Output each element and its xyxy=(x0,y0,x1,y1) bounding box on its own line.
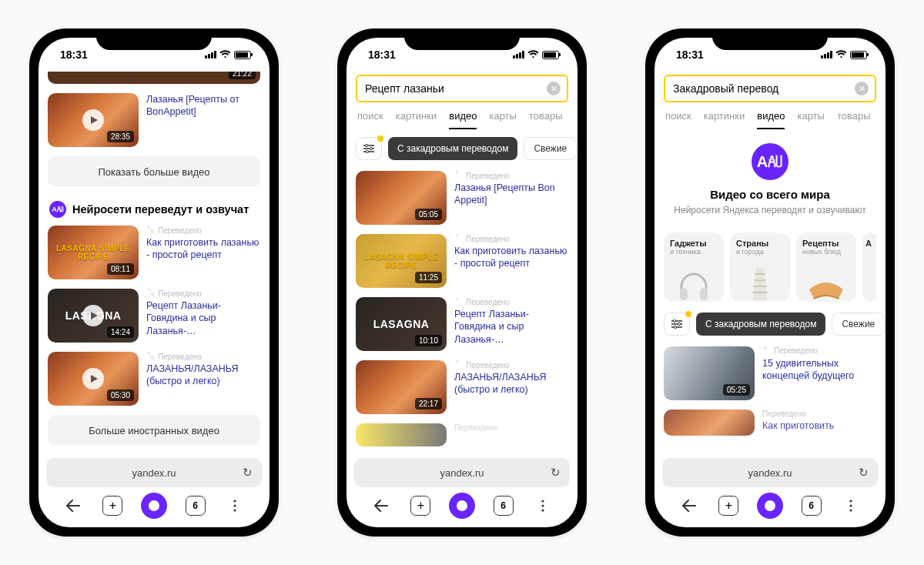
back-button[interactable] xyxy=(678,494,701,517)
address-bar[interactable]: yandex.ru ↻ xyxy=(662,458,878,487)
tab-images[interactable]: картинки xyxy=(704,110,745,129)
alice-button[interactable] xyxy=(141,493,167,519)
thumb-overlay-text: LASAGNA SIMPLE RECIPE xyxy=(52,244,134,261)
category-card[interactable]: Страны и города xyxy=(730,232,790,302)
video-title[interactable]: ЛАЗАНЬЯ/ЛАЗАНЬЯ (быстро и легко) xyxy=(146,363,260,388)
category-row[interactable]: Гаджеты и техника Страны и города Рецепт… xyxy=(664,225,876,305)
video-title[interactable]: Рецепт Лазаньи- Говядина и сыр Лазанья-… xyxy=(146,299,260,337)
video-thumbnail-cut[interactable]: 21:22 xyxy=(48,72,260,84)
new-tab-button[interactable]: + xyxy=(102,496,122,516)
tabs-button[interactable]: 6 xyxy=(494,496,514,516)
tabs-button[interactable]: 6 xyxy=(186,496,206,516)
video-item[interactable]: 05:25 Переведено 15 удивительных концепц… xyxy=(664,342,876,405)
video-title[interactable]: Лазанья [Рецепты от BonAppetit] xyxy=(146,93,260,119)
tab-goods[interactable]: товары xyxy=(529,110,563,129)
video-title[interactable]: Как приготовить лазанью - простой рецепт xyxy=(454,245,568,270)
tab-video[interactable]: видео xyxy=(757,110,785,129)
video-item[interactable]: LASAGNA SIMPLE RECIPE 11:25 Переведено К… xyxy=(356,229,568,293)
video-title[interactable]: Как приготовить лазанью - простой рецепт xyxy=(146,236,260,262)
svg-point-13 xyxy=(674,326,676,328)
video-item[interactable]: 28:35 Лазанья [Рецепты от BonAppetit] xyxy=(48,89,260,152)
reload-icon[interactable]: ↻ xyxy=(243,466,253,480)
search-input[interactable]: Рецепт лазаньи ✕ xyxy=(356,75,568,102)
clear-icon[interactable]: ✕ xyxy=(547,82,561,95)
video-thumbnail[interactable]: LASAGNA SIMPLE RECIPE 11:25 xyxy=(356,234,447,288)
tab-search[interactable]: поиск xyxy=(357,110,383,129)
back-button[interactable] xyxy=(62,494,85,517)
video-thumbnail[interactable] xyxy=(356,423,447,446)
video-thumbnail[interactable]: LASAGNA SIMPLE RECIPE 08:11 xyxy=(48,226,139,279)
filter-fresh[interactable]: Свежие xyxy=(524,137,577,160)
tab-goods[interactable]: товары xyxy=(837,110,871,129)
video-thumbnail[interactable]: 05:25 xyxy=(664,346,755,400)
video-title[interactable]: Лазанья [Рецепты Bon Appetit] xyxy=(454,182,568,207)
video-thumbnail[interactable]: 22:17 xyxy=(356,360,447,414)
menu-button[interactable] xyxy=(839,494,862,517)
new-tab-button[interactable]: + xyxy=(410,496,430,516)
video-duration: 28:35 xyxy=(107,131,134,142)
video-item[interactable]: LASAGNA 14:24 Переведено Рецепт Лазаньи-… xyxy=(48,284,260,347)
search-input[interactable]: Закадровый перевод ✕ xyxy=(664,75,876,102)
wifi-icon xyxy=(835,50,847,59)
filter-button[interactable] xyxy=(356,137,382,160)
video-thumbnail[interactable]: LASAGNA 14:24 xyxy=(48,289,139,343)
tab-maps[interactable]: карты xyxy=(489,110,516,129)
video-meta: Лазанья [Рецепты от BonAppetit] xyxy=(146,93,260,147)
screen: 18:31 Рецепт лазаньи ✕ поиск картинки ви… xyxy=(346,38,578,527)
translated-label: Переведено xyxy=(146,289,260,298)
video-item[interactable]: LASAGNA 10:10 Переведено Рецепт Лазаньи-… xyxy=(356,293,568,356)
menu-button[interactable] xyxy=(223,494,246,517)
video-item[interactable]: 22:17 Переведено ЛАЗАНЬЯ/ЛАЗАНЬЯ (быстро… xyxy=(356,356,568,419)
category-card[interactable]: Гаджеты и техника xyxy=(664,232,724,302)
category-card[interactable]: А xyxy=(862,232,876,302)
page-content: Закадровый перевод ✕ поиск картинки виде… xyxy=(654,72,886,527)
tab-search[interactable]: поиск xyxy=(665,110,691,129)
tab-images[interactable]: картинки xyxy=(396,110,437,129)
show-more-button[interactable]: Показать больше видео xyxy=(48,156,260,187)
tab-video[interactable]: видео xyxy=(449,110,477,129)
category-subtitle: и города xyxy=(736,248,784,256)
video-item[interactable]: 05:30 Переведено ЛАЗАНЬЯ/ЛАЗАНЬЯ (быстро… xyxy=(48,347,260,410)
video-thumbnail[interactable]: 05:05 xyxy=(356,171,447,225)
battery-icon xyxy=(850,51,867,59)
filter-voiceover[interactable]: С закадровым переводом xyxy=(696,313,825,336)
tab-maps[interactable]: карты xyxy=(797,110,824,129)
alice-button[interactable] xyxy=(449,493,475,519)
video-thumbnail[interactable] xyxy=(664,410,755,436)
address-bar[interactable]: yandex.ru ↻ xyxy=(354,458,570,487)
video-thumbnail[interactable]: LASAGNA 10:10 xyxy=(356,297,447,351)
search-tabs: поиск картинки видео карты товары xyxy=(346,102,578,129)
alice-button[interactable] xyxy=(757,493,783,519)
video-title[interactable]: ЛАЗАНЬЯ/ЛАЗАНЬЯ (быстро и легко) xyxy=(454,371,568,396)
filter-button[interactable] xyxy=(664,313,690,336)
video-title[interactable]: 15 удивительных концепцей будущего xyxy=(762,357,876,383)
video-thumbnail[interactable]: 28:35 xyxy=(48,93,139,147)
promo-block: A㍳ Видео со всего мира Нейросети Яндекса… xyxy=(664,129,876,225)
new-tab-button[interactable]: + xyxy=(718,496,738,516)
video-item[interactable]: Переведено Как приготовить xyxy=(664,405,876,440)
page-content: Рецепт лазаньи ✕ поиск картинки видео ка… xyxy=(346,72,578,527)
video-title[interactable]: Рецепт Лазаньи- Говядина и сыр Лазанья-… xyxy=(454,308,568,346)
signal-icon xyxy=(821,51,832,59)
tabs-button[interactable]: 6 xyxy=(802,496,822,516)
more-foreign-button[interactable]: Больше иностранных видео xyxy=(48,415,260,446)
video-item[interactable]: 05:05 Переведено Лазанья [Рецепты Bon Ap… xyxy=(356,166,568,229)
translated-label: Переведено xyxy=(146,352,260,361)
reload-icon[interactable]: ↻ xyxy=(859,466,869,480)
video-thumbnail[interactable]: 05:30 xyxy=(48,352,139,406)
video-item[interactable]: Переведено xyxy=(356,419,568,451)
filter-active-dot xyxy=(377,135,383,142)
filter-voiceover[interactable]: С закадровым переводом xyxy=(388,137,517,160)
back-button[interactable] xyxy=(370,494,393,517)
menu-button[interactable] xyxy=(531,494,554,517)
filter-fresh[interactable]: Свежие xyxy=(832,313,885,336)
section-title: Нейросети переведут и озвучат xyxy=(72,203,249,216)
reload-icon[interactable]: ↻ xyxy=(551,466,561,480)
video-item[interactable]: LASAGNA SIMPLE RECIPE 08:11 Переведено К… xyxy=(48,221,260,284)
browser-navbar: + 6 xyxy=(346,490,578,527)
address-bar[interactable]: yandex.ru ↻ xyxy=(46,458,262,487)
play-icon xyxy=(82,109,104,131)
clear-icon[interactable]: ✕ xyxy=(855,82,869,95)
category-card[interactable]: Рецепты новых блюд xyxy=(796,232,856,302)
video-title[interactable]: Как приготовить xyxy=(762,420,876,432)
